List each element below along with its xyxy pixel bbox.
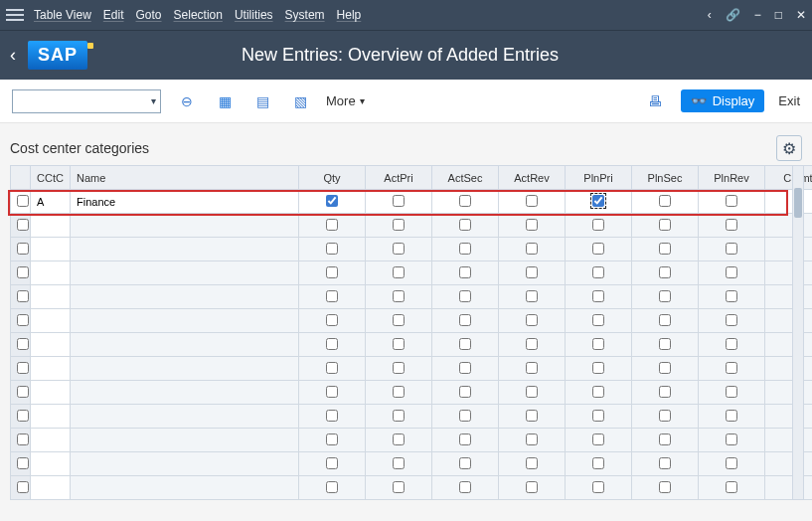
col-select[interactable]	[11, 166, 31, 190]
table-row[interactable]	[11, 476, 813, 500]
checkbox[interactable]	[17, 266, 29, 278]
checkbox[interactable]	[393, 362, 405, 374]
checkbox[interactable]	[17, 362, 29, 374]
checkbox[interactable]	[659, 457, 671, 469]
checkbox[interactable]	[526, 410, 538, 422]
checkbox[interactable]	[326, 386, 338, 398]
checkbox[interactable]	[592, 481, 604, 493]
col-plnrev[interactable]: PlnRev	[699, 166, 765, 190]
nav-back-icon[interactable]: ‹	[708, 8, 712, 22]
checkbox[interactable]	[17, 481, 29, 493]
col-cmmt[interactable]: Cmmt	[765, 166, 813, 190]
checkbox[interactable]	[659, 386, 671, 398]
checkbox[interactable]	[526, 457, 538, 469]
minus-circle-icon[interactable]: ⊖	[175, 89, 199, 113]
checkbox[interactable]	[459, 266, 471, 278]
print-icon[interactable]: 🖶	[643, 89, 667, 113]
checkbox[interactable]	[326, 410, 338, 422]
checkbox[interactable]	[726, 457, 737, 469]
checkbox[interactable]	[726, 386, 737, 398]
checkbox[interactable]	[526, 243, 538, 255]
table-row[interactable]	[11, 238, 813, 261]
checkbox[interactable]	[326, 314, 338, 326]
cell-name[interactable]: Finance	[71, 190, 299, 214]
checkbox[interactable]	[726, 266, 737, 278]
checkbox[interactable]	[459, 243, 471, 255]
col-actrev[interactable]: ActRev	[499, 166, 566, 190]
checkbox[interactable]	[592, 290, 604, 302]
checkbox[interactable]	[17, 314, 29, 326]
checkbox[interactable]	[726, 243, 737, 255]
menu-edit[interactable]: Edit	[103, 8, 124, 22]
checkbox[interactable]	[526, 290, 538, 302]
checkbox[interactable]	[726, 195, 737, 207]
table-row[interactable]	[11, 285, 813, 309]
checkbox[interactable]	[459, 314, 471, 326]
checkbox[interactable]	[326, 219, 338, 231]
checkbox[interactable]	[326, 457, 338, 469]
table-row[interactable]	[11, 452, 813, 476]
checkbox[interactable]	[726, 290, 737, 302]
checkbox[interactable]	[459, 219, 471, 231]
checkbox[interactable]	[459, 290, 471, 302]
checkbox[interactable]	[526, 266, 538, 278]
checkbox[interactable]	[592, 314, 604, 326]
exit-button[interactable]: Exit	[778, 93, 800, 108]
checkbox[interactable]	[17, 410, 29, 422]
menu-goto[interactable]: Goto	[136, 8, 162, 22]
checkbox[interactable]	[459, 457, 471, 469]
checkbox[interactable]	[326, 290, 338, 302]
checkbox[interactable]	[526, 481, 538, 493]
checkbox[interactable]	[659, 362, 671, 374]
select-block-icon[interactable]: ▤	[250, 89, 274, 113]
checkbox[interactable]	[726, 219, 737, 231]
checkbox[interactable]	[592, 386, 604, 398]
table-row[interactable]	[11, 405, 813, 429]
checkbox[interactable]	[393, 219, 405, 231]
table-row[interactable]: A Finance	[11, 190, 813, 214]
vertical-scrollbar[interactable]	[792, 165, 804, 500]
menu-table-view[interactable]: Table View	[34, 8, 91, 22]
more-menu[interactable]: More▾	[326, 93, 365, 108]
checkbox[interactable]	[393, 457, 405, 469]
checkbox[interactable]	[17, 434, 29, 445]
back-button[interactable]: ‹	[10, 45, 16, 66]
checkbox[interactable]	[526, 219, 538, 231]
checkbox[interactable]	[592, 338, 604, 350]
checkbox[interactable]	[17, 195, 29, 207]
col-cctc[interactable]: CCtC	[31, 166, 71, 190]
checkbox[interactable]	[592, 266, 604, 278]
checkbox[interactable]	[326, 338, 338, 350]
checkbox[interactable]	[326, 243, 338, 255]
table-row[interactable]	[11, 381, 813, 405]
table-row[interactable]	[11, 429, 813, 452]
deselect-all-icon[interactable]: ▧	[288, 89, 312, 113]
checkbox[interactable]	[526, 362, 538, 374]
cell-cctc[interactable]: A	[31, 190, 71, 214]
col-actsec[interactable]: ActSec	[432, 166, 499, 190]
checkbox[interactable]	[726, 338, 737, 350]
checkbox[interactable]	[592, 457, 604, 469]
checkbox[interactable]	[459, 338, 471, 350]
minimize-icon[interactable]: −	[754, 8, 761, 22]
checkbox[interactable]	[393, 434, 405, 445]
col-qty[interactable]: Qty	[299, 166, 366, 190]
checkbox[interactable]	[726, 410, 737, 422]
maximize-icon[interactable]: □	[775, 8, 782, 22]
settings-icon[interactable]: ⚙	[776, 135, 802, 161]
checkbox[interactable]	[659, 434, 671, 445]
menu-utilities[interactable]: Utilities	[235, 8, 273, 22]
menu-system[interactable]: System	[285, 8, 325, 22]
checkbox[interactable]	[592, 362, 604, 374]
checkbox[interactable]	[659, 243, 671, 255]
checkbox[interactable]	[659, 481, 671, 493]
table-row[interactable]	[11, 357, 813, 381]
checkbox[interactable]	[726, 434, 737, 445]
checkbox[interactable]	[326, 195, 338, 207]
checkbox[interactable]	[17, 338, 29, 350]
checkbox[interactable]	[659, 290, 671, 302]
checkbox[interactable]	[726, 481, 737, 493]
checkbox[interactable]	[17, 219, 29, 231]
checkbox[interactable]	[726, 362, 737, 374]
checkbox[interactable]	[659, 219, 671, 231]
